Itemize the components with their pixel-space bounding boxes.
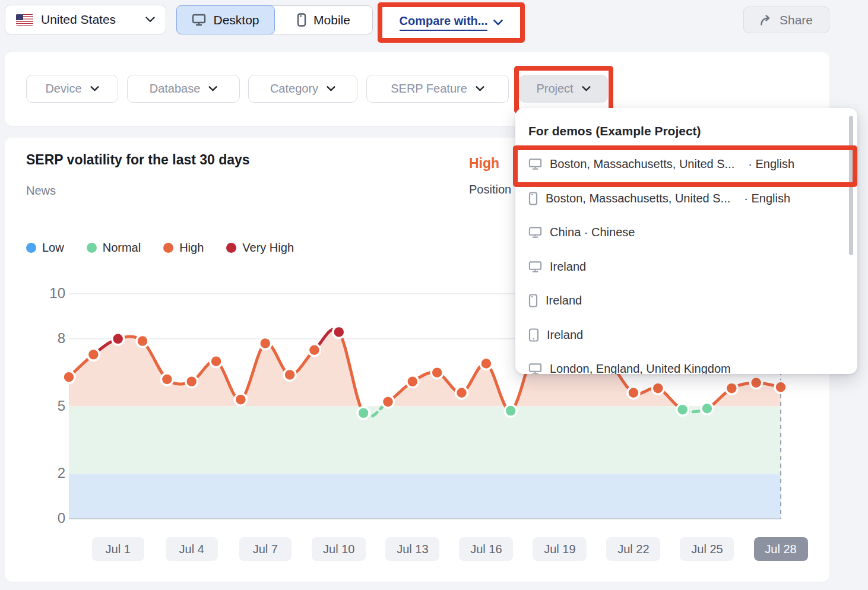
chevron-down-icon bbox=[327, 86, 335, 91]
legend-dot-icon bbox=[226, 243, 236, 253]
project-option-label: Ireland bbox=[546, 294, 582, 307]
category-filter-pill[interactable]: Category bbox=[248, 75, 357, 103]
legend-item: High bbox=[163, 241, 204, 255]
date-button-jul-1[interactable]: Jul 1 bbox=[92, 537, 144, 561]
legend-item: Very High bbox=[226, 241, 294, 255]
y-axis-label-10: 10 bbox=[24, 285, 65, 302]
date-button-jul-10[interactable]: Jul 10 bbox=[312, 537, 366, 561]
chart-title: SERP volatility for the last 30 days bbox=[26, 152, 250, 168]
status-caption: Position bbox=[469, 183, 517, 196]
us-flag-icon bbox=[16, 14, 33, 26]
chevron-down-icon bbox=[208, 86, 217, 91]
category-filter-label: Category bbox=[270, 82, 318, 96]
project-option-language: · English bbox=[744, 192, 790, 205]
mobile-icon bbox=[297, 13, 306, 27]
share-arrow-icon bbox=[760, 15, 773, 26]
mobile-toggle-button[interactable]: Mobile bbox=[275, 6, 372, 34]
project-option-5[interactable]: Ireland bbox=[515, 318, 857, 353]
status-badge: High bbox=[469, 156, 499, 171]
serp-feature-filter-label: SERP Feature bbox=[391, 82, 467, 96]
boston-option-highlight-box bbox=[513, 145, 857, 187]
compare-with-link[interactable]: Compare with... bbox=[400, 14, 488, 31]
date-button-jul-19[interactable]: Jul 19 bbox=[533, 537, 587, 561]
device-filter-pill[interactable]: Device bbox=[26, 75, 118, 103]
desktop-icon bbox=[528, 363, 542, 374]
chevron-down-icon bbox=[476, 86, 484, 91]
project-option-label: China · Chinese bbox=[550, 226, 635, 239]
legend-label: Very High bbox=[242, 241, 294, 255]
legend-dot-icon bbox=[26, 243, 36, 253]
legend-item: Low bbox=[26, 241, 64, 255]
project-option-2[interactable]: China · Chinese bbox=[515, 215, 857, 250]
database-filter-label: Database bbox=[150, 82, 201, 96]
legend-dot-icon bbox=[163, 243, 173, 253]
project-option-3[interactable]: Ireland bbox=[515, 250, 857, 284]
project-option-label: London, England, United Kingdom bbox=[550, 362, 731, 374]
country-selector[interactable]: United States bbox=[5, 5, 166, 34]
date-button-jul-13[interactable]: Jul 13 bbox=[385, 537, 439, 561]
share-label: Share bbox=[780, 13, 813, 27]
date-button-jul-28[interactable]: Jul 28 bbox=[754, 537, 808, 561]
y-axis-label-0: 0 bbox=[24, 510, 65, 526]
project-option-6[interactable]: London, England, United Kingdom bbox=[515, 352, 857, 374]
project-option-label: Ireland bbox=[547, 328, 583, 342]
date-button-jul-25[interactable]: Jul 25 bbox=[680, 537, 734, 561]
serp-feature-filter-pill[interactable]: SERP Feature bbox=[366, 75, 509, 103]
date-button-jul-7[interactable]: Jul 7 bbox=[239, 537, 292, 561]
date-button-jul-4[interactable]: Jul 4 bbox=[166, 537, 218, 561]
mobile-icon bbox=[528, 192, 538, 205]
chevron-down-icon bbox=[493, 20, 503, 26]
compare-with-highlight-box: Compare with... bbox=[378, 2, 525, 43]
legend-label: Low bbox=[42, 241, 64, 255]
chart-subtitle: News bbox=[26, 184, 56, 198]
legend-item: Normal bbox=[87, 241, 141, 255]
project-option-label: Ireland bbox=[550, 260, 586, 274]
desktop-icon bbox=[192, 14, 206, 26]
share-button[interactable]: Share bbox=[743, 7, 829, 33]
legend-label: Normal bbox=[103, 241, 141, 255]
y-axis-label-2: 2 bbox=[24, 465, 65, 481]
date-button-jul-22[interactable]: Jul 22 bbox=[606, 537, 660, 561]
desktop-toggle-button[interactable]: Desktop bbox=[176, 5, 275, 34]
project-option-4[interactable]: Ireland bbox=[515, 284, 857, 318]
y-axis-label-8: 8 bbox=[24, 330, 65, 347]
chevron-down-icon bbox=[90, 86, 99, 91]
desktop-toggle-label: Desktop bbox=[213, 13, 259, 27]
legend-label: High bbox=[179, 241, 204, 255]
database-filter-pill[interactable]: Database bbox=[127, 75, 240, 103]
device-toggle: Desktop Mobile bbox=[176, 5, 373, 34]
chevron-down-icon bbox=[145, 17, 155, 23]
tablet-icon bbox=[528, 328, 539, 342]
device-filter-label: Device bbox=[45, 82, 81, 96]
date-button-jul-16[interactable]: Jul 16 bbox=[459, 537, 513, 561]
y-axis-label-5: 5 bbox=[24, 398, 65, 414]
legend-dot-icon bbox=[87, 243, 97, 253]
chart-legend: LowNormalHighVery High bbox=[26, 241, 294, 255]
country-label: United States bbox=[41, 12, 138, 27]
desktop-icon bbox=[528, 261, 542, 273]
project-highlight-box bbox=[514, 66, 613, 113]
project-group-header: For demos (Example Project) bbox=[528, 120, 844, 142]
project-option-label: Boston, Massachusetts, United S... bbox=[546, 192, 730, 205]
mobile-icon bbox=[528, 294, 538, 307]
mobile-toggle-label: Mobile bbox=[313, 13, 350, 27]
desktop-icon bbox=[528, 226, 542, 239]
